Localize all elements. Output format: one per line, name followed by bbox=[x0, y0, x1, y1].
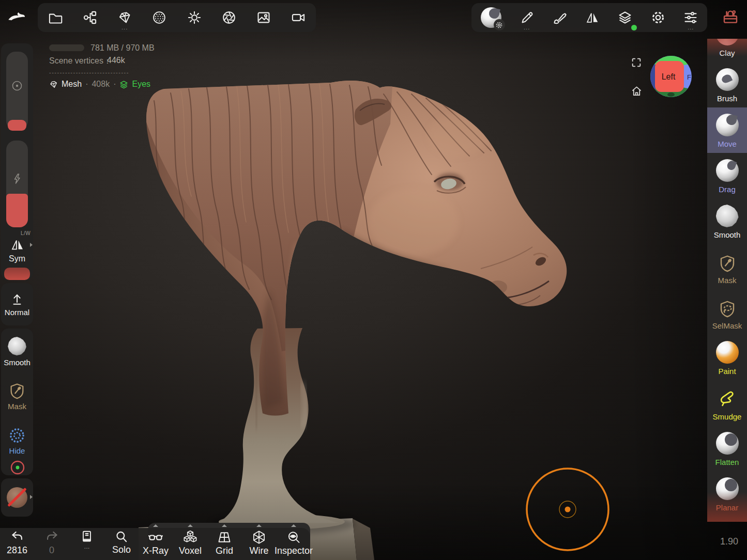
solo-magnifier-icon bbox=[115, 530, 128, 543]
stroke-more-dots: ... bbox=[524, 26, 530, 28]
tool-selmask[interactable]: SelMask bbox=[707, 289, 747, 335]
xray-caret[interactable] bbox=[153, 524, 158, 527]
grid-toggle[interactable]: Grid bbox=[208, 530, 241, 556]
background-image-button[interactable] bbox=[253, 6, 274, 29]
lighting-button[interactable] bbox=[184, 6, 205, 29]
wire-toggle[interactable]: Wire bbox=[242, 530, 276, 556]
redo-button[interactable]: 0 bbox=[35, 530, 68, 556]
brush-preview-button[interactable] bbox=[478, 6, 505, 29]
orientation-gizmo[interactable]: Left F bbox=[648, 53, 695, 100]
clipped-red-swatch[interactable] bbox=[4, 268, 30, 280]
left-normal-panel: Normal bbox=[1, 283, 33, 325]
wire-caret[interactable] bbox=[256, 524, 262, 527]
grid-caret[interactable] bbox=[222, 524, 227, 527]
gizmo-tool-icon-clipped[interactable] bbox=[10, 460, 25, 475]
brush-settings-gear-icon bbox=[494, 19, 505, 30]
tool-planar[interactable]: Planar bbox=[707, 471, 747, 517]
home-icon bbox=[631, 85, 643, 97]
xray-label: X-Ray bbox=[143, 546, 169, 556]
settings-button[interactable] bbox=[648, 6, 668, 29]
undo-button[interactable]: 2816 bbox=[1, 530, 34, 556]
radius-slider-fill[interactable] bbox=[8, 120, 26, 131]
voxel-cubes-icon bbox=[183, 530, 197, 545]
voxel-toggle[interactable]: Voxel bbox=[174, 530, 207, 556]
zoom-level: 1.90 bbox=[708, 536, 738, 547]
planar-tool-icon bbox=[716, 477, 739, 500]
home-view-button[interactable] bbox=[629, 83, 644, 99]
mesh-name[interactable]: Mesh bbox=[62, 80, 82, 89]
move-tool-icon bbox=[716, 114, 739, 136]
alpha-expand-chevron[interactable] bbox=[30, 495, 33, 499]
smooth-tool-icon bbox=[716, 205, 739, 227]
tool-mask[interactable]: Mask bbox=[707, 244, 747, 289]
layers-button[interactable] bbox=[615, 6, 635, 29]
intensity-slider-fill[interactable] bbox=[6, 194, 28, 227]
tool-smudge[interactable]: Smudge bbox=[707, 380, 747, 426]
mesh-gem-icon bbox=[116, 9, 133, 26]
stroke-button[interactable]: ... bbox=[516, 6, 537, 29]
left-alpha-panel bbox=[1, 478, 33, 517]
sym-mode-hint: L/W bbox=[21, 230, 31, 236]
tool-clay[interactable]: Clay bbox=[707, 39, 747, 62]
history-more-dots: ... bbox=[84, 545, 90, 549]
history-notebook-icon bbox=[80, 530, 94, 543]
app-logo[interactable] bbox=[6, 6, 27, 28]
tool-paint[interactable]: Paint bbox=[707, 335, 747, 380]
scene-graph-icon bbox=[83, 10, 97, 25]
tool-smooth[interactable]: Smooth bbox=[707, 198, 747, 244]
post-process-button[interactable] bbox=[219, 6, 239, 29]
normal-falloff-button[interactable]: Normal bbox=[7, 287, 27, 321]
voxel-caret[interactable] bbox=[188, 524, 193, 527]
files-button[interactable] bbox=[45, 6, 66, 29]
quick-hide-label: Hide bbox=[9, 446, 25, 455]
tool-flatten[interactable]: Flatten bbox=[707, 426, 747, 471]
paintbrush-icon bbox=[553, 10, 567, 25]
tool-brush[interactable]: Brush bbox=[707, 62, 747, 107]
left-slider-panel: L/W Sym bbox=[1, 43, 33, 280]
symmetry-toggle[interactable]: L/W Sym bbox=[1, 229, 33, 271]
xray-toggle[interactable]: X-Ray bbox=[139, 530, 172, 556]
tool-label-planar: Planar bbox=[716, 503, 738, 512]
toolbox-button[interactable] bbox=[719, 5, 742, 29]
layers-icon bbox=[618, 10, 632, 25]
topology-sphere-icon bbox=[152, 10, 166, 25]
sun-icon bbox=[187, 10, 202, 25]
material-button[interactable] bbox=[550, 6, 570, 29]
left-quick-tools-panel: Smooth Mask Hide bbox=[1, 329, 33, 475]
tool-label-brush: Brush bbox=[717, 94, 737, 103]
tool-drag[interactable]: Drag bbox=[707, 153, 747, 198]
divider-dashes: ------------------------------ bbox=[49, 69, 129, 75]
inspector-toggle[interactable]: Inspector bbox=[277, 530, 310, 556]
fullscreen-button[interactable] bbox=[629, 55, 644, 70]
mesh-button[interactable]: ... bbox=[114, 6, 135, 29]
interface-button[interactable]: ... bbox=[680, 6, 701, 29]
tool-label-smooth: Smooth bbox=[714, 230, 741, 239]
intensity-lightning-icon bbox=[11, 173, 23, 185]
quick-mask-button[interactable]: Mask bbox=[7, 378, 27, 414]
alpha-none-button[interactable] bbox=[7, 486, 27, 509]
solo-toggle[interactable]: Solo bbox=[105, 530, 138, 555]
sym-expand-chevron[interactable] bbox=[30, 243, 33, 247]
tool-move[interactable]: Move bbox=[707, 107, 747, 153]
scene-graph-button[interactable] bbox=[80, 6, 100, 29]
flatten-tool-icon bbox=[716, 432, 739, 455]
camera-button[interactable] bbox=[288, 6, 309, 29]
quick-mask-label: Mask bbox=[8, 402, 26, 411]
symmetry-button[interactable] bbox=[582, 6, 603, 29]
history-button[interactable]: ... bbox=[70, 530, 103, 549]
radius-slider[interactable] bbox=[6, 52, 28, 130]
mirror-icon bbox=[585, 10, 600, 25]
separator-dot: · bbox=[113, 80, 116, 89]
quick-smooth-button[interactable]: Smooth bbox=[7, 334, 27, 370]
gizmo-front-hint: F bbox=[687, 73, 691, 81]
paint-tool-icon bbox=[716, 341, 739, 364]
brush-cursor[interactable] bbox=[516, 458, 619, 560]
active-layer-name[interactable]: Eyes bbox=[132, 80, 150, 89]
quick-hide-button[interactable]: Hide bbox=[7, 423, 27, 459]
quick-smooth-label: Smooth bbox=[4, 358, 31, 367]
topology-button[interactable] bbox=[149, 6, 170, 29]
gizmo-face-label: Left bbox=[662, 72, 676, 81]
inspector-caret[interactable] bbox=[291, 524, 296, 527]
tool-label-mask: Mask bbox=[718, 276, 737, 285]
app-window: ... bbox=[0, 0, 747, 560]
